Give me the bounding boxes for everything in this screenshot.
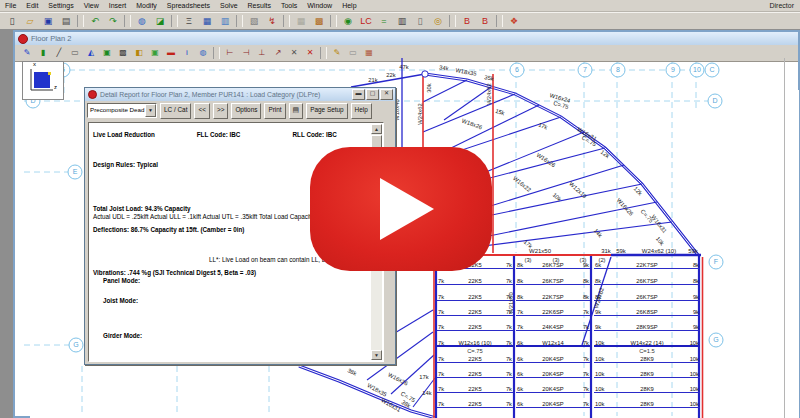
joist-row[interactable]: 10k28K910k	[594, 407, 700, 409]
girder-row[interactable]: 6kW12x147k	[516, 345, 590, 348]
load-category-dropdown[interactable]: Precomposite Dead Loa ▼	[87, 103, 157, 118]
end-reaction-label: 10k	[595, 340, 604, 346]
joist-row[interactable]: 6k20K4SP7k	[516, 407, 590, 409]
spreadsheet-icon[interactable]: ▩	[311, 14, 327, 29]
joist-row[interactable]: 10k28K910k	[594, 362, 700, 364]
load-icon[interactable]: ↯	[264, 14, 280, 29]
menu-file[interactable]: File	[0, 2, 21, 9]
maximize-button[interactable]: ▢	[366, 89, 379, 100]
redo-icon[interactable]: ↷	[105, 14, 121, 29]
joist-row[interactable]: 10k28K910k	[594, 377, 700, 379]
joist-row[interactable]: 9k26K8SP9k	[594, 315, 700, 317]
girder-row[interactable]: 10kW14x22 (14)10kC=1.5	[594, 345, 700, 348]
prev-button[interactable]: <<	[194, 103, 209, 119]
joist-row[interactable]: 7k22K57k	[437, 362, 513, 364]
print-preview-icon-button[interactable]: ▤	[289, 103, 304, 119]
joist-row[interactable]: 6k20K4SP7k	[516, 362, 590, 364]
film-icon[interactable]: ▥	[394, 14, 410, 29]
joist-row[interactable]: 7k22K6SP7k	[516, 315, 590, 317]
menu-modify[interactable]: Modify	[131, 2, 162, 9]
menu-spreadsheets[interactable]: Spreadsheets	[162, 2, 215, 9]
isometric-view-icon[interactable]: ◪	[152, 14, 168, 29]
chevron-down-icon[interactable]: ▼	[145, 104, 156, 117]
member-size-label: 20K4SP	[542, 386, 563, 392]
member-size-label: 26K7SP	[636, 294, 657, 300]
toolbar-separator	[236, 15, 243, 27]
joist-row[interactable]: 8k22K7SP8k	[516, 300, 590, 302]
joist-row[interactable]: 7k24K4SP7k	[516, 330, 590, 332]
joist-row[interactable]: 7k22K57k	[437, 284, 513, 286]
menu-insert[interactable]: Insert	[104, 2, 132, 9]
joist-row[interactable]: 7k22K57k	[437, 315, 513, 317]
save-icon[interactable]: ▣	[40, 14, 56, 29]
axis-z-label: z	[54, 84, 57, 90]
menu-view[interactable]: View	[79, 2, 104, 9]
joist-row[interactable]: 7k22K57k	[437, 300, 513, 302]
story-data-icon[interactable]: Ξ	[181, 14, 197, 29]
joist-row[interactable]: 8k26K7SP9k	[516, 268, 590, 270]
end-reaction-label: 10k	[595, 386, 604, 392]
undo-icon[interactable]: ↶	[87, 14, 103, 29]
next-button[interactable]: >>	[213, 103, 228, 119]
dialog-titlebar[interactable]: Detail Report for Floor Plan 2, Member P…	[85, 88, 395, 101]
menu-window[interactable]: Window	[302, 2, 337, 9]
print-icon[interactable]: ▤	[58, 14, 74, 29]
menu-help[interactable]: Help	[337, 2, 361, 9]
joist-row[interactable]: 7k22K57k	[437, 407, 513, 409]
menu-tools[interactable]: Tools	[276, 2, 302, 9]
joist-row[interactable]: 7k22K57k	[437, 377, 513, 379]
globe-icon[interactable]: ◍	[134, 14, 150, 29]
plan-label: 34k	[439, 64, 449, 71]
joist-row[interactable]: 7k22K57k	[437, 330, 513, 332]
joist-row[interactable]: 6k20K4SP7k	[516, 392, 590, 394]
grid-bubble-C: C	[705, 63, 720, 78]
lc-cat-button[interactable]: LC / Cat	[160, 103, 191, 119]
preview-icon[interactable]: ◎	[430, 14, 446, 29]
scroll-up-icon[interactable]: ▲	[371, 124, 382, 134]
print-button[interactable]: Print	[264, 103, 285, 119]
grid-icon[interactable]: ▥	[217, 14, 233, 29]
open-folder-icon[interactable]: ▱	[22, 14, 38, 29]
end-reaction-label: 10k	[690, 386, 699, 392]
joist-row[interactable]: 6k22K7SP8k	[594, 268, 700, 270]
floor-window-titlebar[interactable]: Floor Plan 2	[15, 32, 798, 45]
code-check-b1-icon[interactable]: B	[459, 14, 475, 29]
render-icon[interactable]: ❖	[506, 14, 522, 29]
plan-label: W21x50	[508, 292, 514, 313]
table-icon[interactable]: ▦	[293, 14, 309, 29]
joist-row[interactable]: 8k26K7SP9k	[594, 300, 700, 302]
frame-icon[interactable]: ▦	[199, 14, 215, 29]
member-icon[interactable]: ▧	[246, 14, 262, 29]
plan-label: 21k	[368, 77, 377, 83]
main-toolbar: ▯▱▣▤↶↷◍◪Ξ▦▥▧↯▦▩◉LC=▥▯◎BB❖	[0, 12, 800, 30]
end-reaction-label: 10k	[690, 356, 699, 362]
menu-solve[interactable]: Solve	[215, 2, 243, 9]
plan-label: W24x62	[486, 83, 492, 104]
help-button[interactable]: Help	[351, 103, 372, 119]
scroll-down-icon[interactable]: ▼	[371, 350, 382, 360]
joist-row[interactable]: 8k26K7SP8k	[516, 284, 590, 286]
girder-row[interactable]: 7kW12x16 (10)7kC=.75	[437, 345, 513, 348]
floor-window-title: Floor Plan 2	[31, 34, 71, 43]
joist-row[interactable]: 8k26K7SP8k	[594, 284, 700, 286]
new-file-icon[interactable]: ▯	[4, 14, 20, 29]
video-play-button[interactable]	[310, 147, 492, 271]
menu-results[interactable]: Results	[243, 2, 276, 9]
code-check-b2-icon[interactable]: B	[477, 14, 493, 29]
end-reaction-label: 7k	[583, 340, 589, 346]
options-button[interactable]: Options	[231, 103, 261, 119]
lc-icon[interactable]: LC	[358, 14, 374, 29]
joist-row[interactable]: 6k20K4SP7k	[516, 377, 590, 379]
close-button[interactable]: ✕	[380, 89, 393, 100]
menu-edit[interactable]: Edit	[21, 2, 43, 9]
joist-row[interactable]: 10k28K910k	[594, 392, 700, 394]
minimize-button[interactable]: ▬	[352, 89, 365, 100]
page-setup-button[interactable]: Page Setup	[306, 103, 347, 119]
grid-bubble-E: E	[68, 165, 83, 180]
solve-icon[interactable]: ◉	[340, 14, 356, 29]
equals-icon[interactable]: =	[376, 14, 392, 29]
menu-settings[interactable]: Settings	[43, 2, 78, 9]
joist-row[interactable]: 7k22K57k	[437, 392, 513, 394]
joist-row[interactable]: 9k28K9SP9k	[594, 330, 700, 332]
report-icon[interactable]: ▯	[412, 14, 428, 29]
